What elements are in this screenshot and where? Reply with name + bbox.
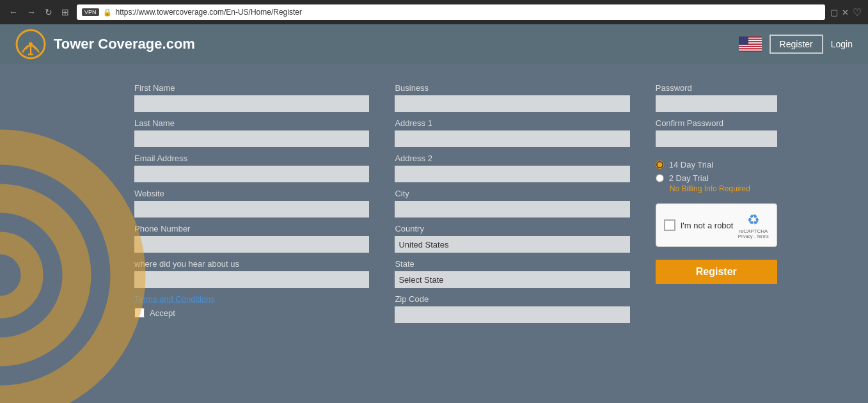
phone-input[interactable] [134,236,369,253]
accept-checkbox[interactable] [134,308,145,318]
bookmark-icon[interactable]: ♡ [853,6,862,19]
confirm-password-label: Confirm Password [656,118,855,128]
svg-rect-16 [739,49,762,51]
first-name-group: First Name [134,83,369,112]
apps-button[interactable]: ⊞ [59,6,72,19]
last-name-group: Last Name [134,118,369,147]
svg-point-21 [0,243,32,307]
browser-actions: ▢ ✕ ♡ [830,6,862,19]
hear-group: where did you hear about us [134,259,369,288]
forward-button[interactable]: → [24,6,38,19]
email-label: Email Address [134,154,369,163]
login-nav-button[interactable]: Login [831,39,853,49]
vpn-badge: VPN [82,8,99,16]
back-button[interactable]: ← [6,6,20,19]
trial-2-label: 2 Day Trial [669,173,709,183]
phone-label: Phone Number [134,224,369,233]
svg-rect-13 [739,46,762,47]
city-input[interactable] [395,201,629,217]
recaptcha-widget[interactable]: I'm not a robot ♻ reCAPTCHA Privacy - Te… [656,203,777,247]
svg-rect-15 [739,49,762,50]
state-group: State Select State [395,259,629,288]
password-label: Password [656,83,855,93]
business-label: Business [395,83,629,93]
recaptcha-checkbox[interactable] [664,219,675,231]
hear-input[interactable] [134,271,369,288]
address2-label: Address 2 [395,154,629,163]
recaptcha-brand-text: reCAPTCHA [738,228,769,234]
logo-area: Tower Coverage.com [15,29,195,59]
address1-label: Address 1 [395,118,629,128]
register-nav-button[interactable]: Register [769,35,823,54]
extensions-icon[interactable]: ▢ [830,8,838,17]
password-input[interactable] [656,95,777,112]
trial-14-option: 14 Day Trial [656,160,855,170]
svg-point-19 [0,147,128,403]
form-col-1: First Name Last Name Email Address Websi… [134,83,369,384]
last-name-input[interactable] [134,130,369,147]
svg-rect-18 [739,36,748,45]
phone-group: Phone Number [134,224,369,253]
confirm-password-input[interactable] [656,130,777,147]
svg-rect-14 [739,47,762,49]
terms-link[interactable]: Terms and Conditions [134,294,369,304]
city-group: City [395,189,629,217]
email-input[interactable] [134,166,369,182]
address1-group: Address 1 [395,118,629,147]
flag-icon[interactable] [739,36,762,52]
svg-rect-12 [739,45,762,46]
website-label: Website [134,189,369,198]
hear-label: where did you hear about us [134,259,369,269]
trial-2-option: 2 Day Trial [656,173,855,183]
zip-input[interactable] [395,306,629,323]
address1-input[interactable] [395,130,629,147]
email-group: Email Address [134,154,369,182]
last-name-label: Last Name [134,118,369,128]
recaptcha-text: I'm not a robot [681,221,734,230]
register-submit-button[interactable]: Register [656,260,777,284]
url-bar[interactable]: VPN 🔒 https://www.towercoverage.com/En-U… [77,4,825,20]
country-select[interactable]: United States [395,236,629,253]
state-select[interactable]: Select State [395,271,629,288]
refresh-button[interactable]: ↻ [42,6,55,19]
recaptcha-left: I'm not a robot [664,219,734,231]
city-label: City [395,189,629,198]
signal-decoration [0,96,147,403]
main-content: First Name Last Name Email Address Websi… [0,64,868,403]
url-text: https://www.towercoverage.com/En-US/Home… [116,8,302,17]
trial-14-radio[interactable] [656,161,664,169]
terms-group: Terms and Conditions Accept [134,294,369,318]
first-name-input[interactable] [134,95,369,112]
website-input[interactable] [134,201,369,217]
password-group: Password [656,83,855,112]
recaptcha-links-text: Privacy - Terms [738,234,769,239]
recaptcha-logo-icon: ♻ [738,212,769,228]
browser-nav[interactable]: ← → ↻ ⊞ [6,6,72,19]
country-label: Country [395,224,629,233]
address2-group: Address 2 [395,154,629,182]
business-group: Business [395,83,629,112]
trial-14-label: 14 Day Trial [669,160,713,170]
accept-row: Accept [134,308,369,318]
state-label: State [395,259,629,269]
trial-2-radio[interactable] [656,174,664,182]
address2-input[interactable] [395,166,629,182]
no-billing-text: No Billing Info Required [670,184,855,193]
zip-group: Zip Code [395,294,629,323]
browser-chrome: ← → ↻ ⊞ VPN 🔒 https://www.towercoverage.… [0,0,868,24]
zip-label: Zip Code [395,294,629,304]
accept-label: Accept [150,308,175,318]
close-icon[interactable]: ✕ [842,8,849,17]
form-col-3: Password Confirm Password 14 Day Trial 2… [656,83,855,384]
website-group: Website [134,189,369,217]
svg-rect-17 [739,51,762,52]
site-logo-text: Tower Coverage.com [54,36,195,52]
confirm-password-group: Confirm Password [656,118,855,147]
recaptcha-right: ♻ reCAPTCHA Privacy - Terms [738,212,769,239]
form-col-2: Business Address 1 Address 2 City Countr… [395,83,629,384]
nav-right: Register Login [739,35,853,54]
logo-icon [15,29,46,59]
business-input[interactable] [395,95,629,112]
country-group: Country United States [395,224,629,253]
site-header: Tower Coverage.com Register Login [0,24,868,64]
